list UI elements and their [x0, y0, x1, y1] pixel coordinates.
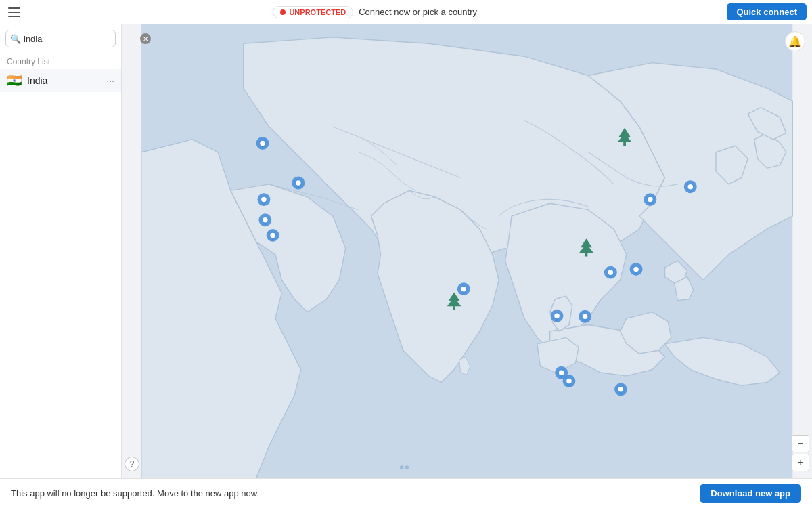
svg-rect-39: [453, 306, 455, 310]
clear-icon[interactable]: ✕: [140, 33, 151, 44]
zoom-out-button[interactable]: −: [792, 435, 809, 452]
svg-point-4: [296, 180, 301, 186]
india-label: India: [27, 75, 106, 86]
bottom-bar: This app will no longer be supported. Mo…: [0, 478, 812, 508]
topbar-center: UNPROTECTED Connect now or pick a countr…: [273, 6, 477, 18]
map-svg: [122, 24, 812, 478]
india-flag: 🇮🇳: [7, 73, 22, 88]
zoom-in-button[interactable]: +: [792, 454, 809, 471]
notification-icon[interactable]: 🔔: [785, 31, 805, 51]
sidebar: 🔍 ✕ Country List 🇮🇳 India ···: [0, 24, 122, 478]
svg-point-20: [633, 267, 639, 272]
search-box: 🔍 ✕: [5, 30, 116, 47]
svg-point-6: [261, 197, 267, 203]
zoom-controls: − +: [792, 435, 809, 471]
svg-point-22: [554, 314, 560, 319]
svg-point-14: [648, 197, 653, 203]
help-button[interactable]: ?: [125, 457, 139, 471]
india-list-item[interactable]: 🇮🇳 India ···: [0, 69, 121, 92]
svg-point-30: [618, 387, 624, 392]
svg-point-16: [688, 184, 694, 190]
bottom-message: This app will no longer be supported. Mo…: [11, 488, 259, 499]
svg-rect-33: [623, 142, 626, 146]
svg-point-45: [400, 465, 404, 469]
topbar-right: Quick connect: [727, 3, 807, 20]
svg-point-26: [559, 371, 564, 376]
svg-point-28: [566, 379, 572, 384]
svg-point-24: [583, 314, 588, 319]
connect-text: Connect now or pick a country: [359, 7, 477, 17]
country-list-label: Country List: [0, 53, 121, 69]
svg-point-46: [405, 465, 409, 469]
menu-icon[interactable]: [5, 5, 23, 20]
download-button[interactable]: Download new app: [700, 484, 801, 503]
search-icon: 🔍: [10, 34, 21, 44]
status-dot: [280, 9, 286, 15]
svg-point-10: [270, 233, 275, 238]
quick-connect-button[interactable]: Quick connect: [727, 3, 807, 20]
search-input[interactable]: [24, 34, 137, 44]
top-bar: UNPROTECTED Connect now or pick a countr…: [0, 0, 812, 24]
status-text: UNPROTECTED: [289, 8, 346, 16]
india-more-options[interactable]: ···: [106, 75, 114, 86]
svg-point-12: [461, 287, 467, 292]
status-badge: UNPROTECTED: [273, 6, 353, 18]
svg-point-8: [263, 217, 268, 223]
topbar-left: [5, 5, 23, 20]
svg-point-18: [608, 270, 614, 275]
svg-point-2: [260, 141, 265, 146]
map-container: 🔔: [122, 24, 812, 478]
svg-rect-36: [585, 253, 588, 257]
